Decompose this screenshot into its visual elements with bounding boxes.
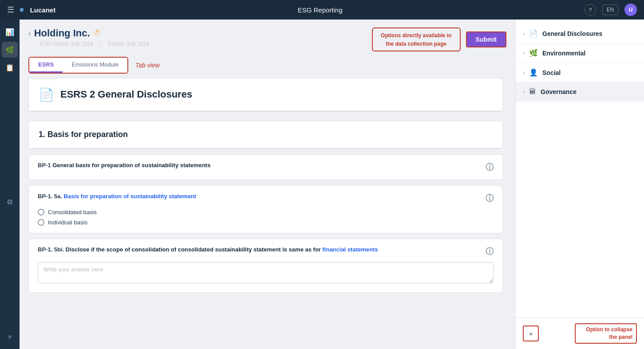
chevron-icon-social: › [523, 70, 525, 76]
app-title: ESG Reporting [298, 6, 343, 14]
form-area[interactable]: 📄 ESRS 2 General Disclosures 1. Basis fo… [28, 78, 506, 349]
question-text-bp1-5a: BP-1. 5a. Basis for preparation of susta… [38, 193, 196, 200]
language-selector[interactable]: EN [602, 4, 618, 15]
chevron-icon-environmental: › [523, 50, 525, 56]
sidebar-icon-gear[interactable]: ⚙ [2, 194, 18, 210]
sidebar-icon-chart[interactable]: 📊 [2, 24, 18, 40]
sidebar-collapse-icon[interactable]: » [2, 329, 18, 345]
tab-view-annotation: Tab view [135, 62, 160, 69]
hamburger-icon[interactable]: ☰ [7, 5, 14, 15]
collapse-annotation: Option to collapse the panel [575, 323, 637, 344]
nav-label-social: Social [542, 69, 561, 76]
radio-circle-individual[interactable] [38, 219, 44, 226]
right-panel-nav: › 📄 General Disclosures › 🌿 Environmenta… [516, 20, 644, 318]
question-card-bp1: BP-1 General basis for preparation of su… [28, 154, 503, 180]
nav-label-environmental: Environmental [542, 50, 585, 57]
company-name: Holding Inc. [34, 27, 90, 39]
nav-right: ? EN U [585, 4, 637, 16]
content-wrapper: ‹ Holding Inc. ⏱ ESG Report July 2024 | … [20, 20, 644, 349]
nav-item-governance[interactable]: › 🏛 Governance [516, 82, 644, 102]
nav-item-general-disclosures[interactable]: › 📄 General Disclosures [516, 24, 644, 43]
sidebar-icon-leaf[interactable]: 🌿 [2, 42, 18, 58]
tabs-container: ESRS Emissions Module [28, 57, 128, 74]
radio-consolidated[interactable]: Consolidated basis [38, 209, 494, 216]
leaf-nav-icon: 🌿 [529, 49, 538, 57]
spacer [28, 117, 503, 121]
radio-circle-consolidated[interactable] [38, 209, 44, 216]
company-title-row: ‹ Holding Inc. ⏱ [28, 27, 152, 39]
nav-left: ☰ ■ Lucanet [7, 5, 55, 15]
question-label-bp1-5a: BP-1. 5a. Basis for preparation of susta… [38, 193, 494, 204]
meta-divider: | [100, 41, 103, 47]
top-navbar: ☰ ■ Lucanet ESG Reporting ? EN U [0, 0, 644, 20]
sidebar-icon-table[interactable]: 📋 [2, 59, 18, 75]
tabs-row: ESRS Emissions Module Tab view [28, 57, 506, 74]
submit-button[interactable]: Submit [466, 31, 506, 47]
page-header: ‹ Holding Inc. ⏱ ESG Report July 2024 | … [28, 27, 506, 51]
basis-section: 1. Basis for preparation [29, 121, 502, 149]
question-sub-label-bp1-5a: Basis for preparation of sustainability … [64, 193, 196, 200]
question-code-bp1-5a: BP-1. 5a. [38, 193, 64, 200]
help-icon[interactable]: ? [585, 4, 596, 16]
nav-item-environmental[interactable]: › 🌿 Environmental [516, 43, 644, 63]
logo-icon: ■ [20, 6, 24, 14]
collapse-area: » Option to collapse the panel [516, 318, 644, 349]
radio-group-bp1-5a: Consolidated basis Individual basis [38, 209, 494, 226]
answer-textarea-bp1-5bi[interactable] [38, 262, 494, 283]
report-label: ESG Report July 2024 [40, 41, 93, 47]
info-icon-bp1-5bi[interactable]: ⓘ [486, 246, 494, 257]
back-button[interactable]: ‹ [28, 30, 31, 37]
question-desc-bp1: General basis for preparation of sustain… [52, 162, 210, 169]
section-title-text: ESRS 2 General Disclosures [60, 89, 192, 100]
nav-label-governance: Governance [541, 88, 577, 95]
radio-label-consolidated: Consolidated basis [48, 209, 97, 216]
header-right: Options directly available in the data c… [372, 27, 506, 51]
user-avatar[interactable]: U [624, 4, 637, 16]
main-content: ‹ Holding Inc. ⏱ ESG Report July 2024 | … [20, 20, 515, 349]
chevron-icon-governance: › [523, 89, 525, 95]
question-code-bp1: BP-1 [38, 162, 52, 169]
doc-icon: 📄 [39, 87, 54, 102]
collapse-btn-label: » [529, 330, 533, 337]
question-text-bp1: BP-1 General basis for preparation of su… [38, 162, 210, 169]
collapse-panel-button[interactable]: » [523, 325, 539, 341]
question-label-bp1-5bi: BP-1. 5bi. Disclose if the scope of cons… [38, 246, 494, 257]
right-panel: › 📄 General Disclosures › 🌿 Environmenta… [515, 20, 644, 349]
annotation-text: Options directly available in the data c… [381, 32, 451, 47]
nav-label-general: General Disclosures [542, 30, 602, 37]
doc-nav-icon: 📄 [529, 29, 538, 38]
question-card-bp1-5a: BP-1. 5a. Basis for preparation of susta… [28, 185, 503, 233]
question-code-bp1-5bi: BP-1. 5bi. [38, 246, 66, 253]
tab-esrs[interactable]: ESRS [29, 58, 63, 73]
annotation-box: Options directly available in the data c… [372, 27, 461, 51]
question-card-bp1-5bi: BP-1. 5bi. Disclose if the scope of cons… [28, 239, 503, 293]
basis-section-card: 1. Basis for preparation [28, 121, 503, 149]
period-label: Period: July 2024 [108, 41, 149, 47]
report-meta: ESG Report July 2024 | Period: July 2024 [37, 41, 152, 47]
basis-title: 1. Basis for preparation [39, 130, 128, 139]
clock-icon: ⏱ [94, 29, 101, 37]
chevron-icon-general: › [523, 31, 525, 37]
tab-emissions-module[interactable]: Emissions Module [63, 58, 127, 73]
sidebar-icons: 📊 🌿 📋 ⚙ » [0, 20, 20, 349]
person-nav-icon: 👤 [529, 68, 538, 77]
radio-individual[interactable]: Individual basis [38, 219, 494, 226]
main-layout: 📊 🌿 📋 ⚙ » ‹ Holding Inc. ⏱ ESG Report Ju… [0, 20, 644, 349]
question-desc-prefix: Disclose if the scope of consolidation o… [66, 246, 323, 253]
radio-label-individual: Individual basis [48, 219, 87, 226]
header-left: ‹ Holding Inc. ⏱ ESG Report July 2024 | … [28, 27, 152, 47]
info-icon-bp1[interactable]: ⓘ [486, 162, 494, 173]
question-label-bp1: BP-1 General basis for preparation of su… [38, 162, 494, 173]
bottom-spacer [28, 298, 503, 307]
logo-text: Lucanet [30, 6, 56, 14]
question-text-bp1-5bi: BP-1. 5bi. Disclose if the scope of cons… [38, 246, 378, 253]
section-title-area: 📄 ESRS 2 General Disclosures [29, 78, 502, 111]
nav-item-social[interactable]: › 👤 Social [516, 63, 644, 82]
section-title-card: 📄 ESRS 2 General Disclosures [28, 78, 503, 112]
building-nav-icon: 🏛 [529, 88, 536, 96]
info-icon-bp1-5a[interactable]: ⓘ [486, 193, 494, 204]
question-desc-blue: financial statements [323, 246, 378, 253]
